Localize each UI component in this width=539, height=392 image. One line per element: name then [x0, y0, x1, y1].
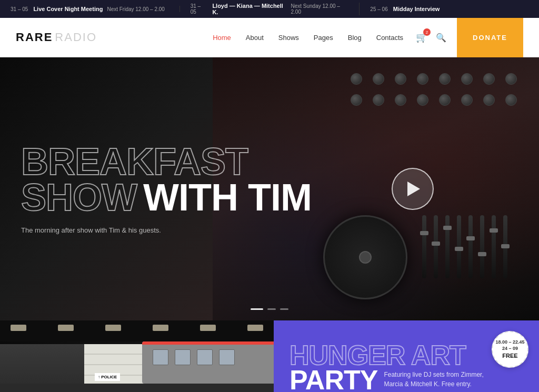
ticker-date-1: 31 – 05	[11, 6, 28, 12]
subway-light-2	[58, 325, 74, 331]
event-badge: 18.00 – 22.45 24 – 09 FREE	[492, 331, 528, 368]
hero-title-with-tim: WITH TIM	[143, 180, 312, 216]
knob-2	[373, 73, 384, 85]
nav-pages[interactable]: Pages	[314, 34, 333, 42]
knob-8	[505, 73, 517, 85]
ticker-date-3: 25 – 06	[370, 6, 387, 12]
header-icons: 🛒 2 🔍	[416, 32, 446, 43]
ticker-item-3: 25 – 06 Midday Interview	[360, 6, 539, 12]
fader-7	[492, 215, 496, 278]
knob-4	[417, 73, 428, 85]
hero-section: BREAKFAST SHOW WITH TIM The morning afte…	[0, 57, 539, 320]
ticker-date-2: 31 – 05	[191, 3, 207, 15]
logo[interactable]: RARE RADIO	[16, 31, 97, 44]
train-stripe	[142, 341, 274, 345]
nav-blog[interactable]: Blog	[348, 34, 362, 42]
ticker-title-1: Live Cover Night Meeting	[33, 6, 103, 12]
ticker-bar: 31 – 05 Live Cover Night Meeting Next Fr…	[0, 0, 539, 18]
fader-6	[480, 215, 484, 278]
ticker-time-1: Next Friday 12.00 – 2.00	[107, 6, 165, 12]
badge-time: 18.00 – 22.45	[495, 339, 524, 346]
train-window-3	[197, 349, 213, 365]
dj-platter	[323, 215, 407, 299]
train-window-4	[219, 349, 235, 365]
nav-home[interactable]: Home	[213, 34, 231, 42]
nav-about[interactable]: About	[246, 34, 264, 42]
subway-light-1	[11, 325, 26, 331]
train-windows	[153, 349, 235, 365]
knob-9	[351, 94, 362, 106]
fader-5	[468, 215, 473, 278]
ticker-title-2: Lloyd — Kiana — Mitchell K.	[212, 3, 286, 15]
fader-1	[422, 215, 426, 278]
knob-16	[505, 94, 517, 106]
knob-5	[439, 73, 451, 85]
logo-rare: RARE	[16, 31, 53, 44]
knob-15	[483, 94, 495, 106]
fader-4	[457, 215, 461, 278]
knob-7	[483, 73, 495, 85]
donate-button[interactable]: DONATE	[457, 18, 523, 57]
knob-11	[395, 94, 406, 106]
knob-3	[395, 73, 406, 85]
ticker-item-2: 31 – 05 Lloyd — Kiana — Mitchell K. Next…	[180, 3, 360, 15]
dot-1[interactable]	[251, 308, 263, 310]
subway-police-sign: ↑ POLICE	[95, 373, 120, 381]
slider-dots	[251, 308, 288, 310]
knob-1	[351, 73, 362, 85]
faders-area	[422, 215, 507, 278]
fader-3	[445, 215, 450, 278]
bottom-section: ↑ POLICE 18.00 – 22.45 24 – 09 FREE HUNG…	[0, 320, 539, 392]
event-title-filled: PARTY	[290, 368, 377, 392]
play-icon	[407, 182, 420, 196]
subway-background: ↑ POLICE	[0, 320, 274, 392]
subway-light-5	[200, 325, 216, 331]
header: RARE RADIO Home About Shows Pages Blog C…	[0, 18, 539, 57]
hero-content: BREAKFAST SHOW WITH TIM The morning afte…	[21, 144, 312, 234]
subway-lights	[0, 325, 274, 331]
badge-date: 24 – 09	[502, 345, 518, 352]
dot-2[interactable]	[267, 308, 276, 310]
train-window-1	[153, 349, 168, 365]
cart-badge: 2	[423, 28, 431, 36]
badge-free: FREE	[502, 352, 517, 360]
play-button[interactable]	[392, 168, 434, 210]
event-title-outline: HUNGER ART	[290, 343, 523, 368]
main-nav: Home About Shows Pages Blog Contacts	[213, 34, 403, 42]
knob-14	[461, 94, 473, 106]
event-card: 18.00 – 22.45 24 – 09 FREE HUNGER ART PA…	[274, 320, 539, 392]
nav-contacts[interactable]: Contacts	[376, 34, 403, 42]
ticker-title-3: Midday Interview	[393, 6, 440, 12]
ticker-time-2: Next Sunday 12.00 – 2.00	[291, 3, 348, 15]
subway-platform	[0, 384, 274, 392]
fader-8	[503, 215, 507, 278]
knob-12	[417, 94, 428, 106]
knob-6	[461, 73, 473, 85]
subway-image: ↑ POLICE	[0, 320, 274, 392]
subway-light-3	[105, 325, 121, 331]
subway-light-6	[247, 325, 263, 331]
dot-3[interactable]	[280, 308, 288, 310]
hero-title-show: SHOW	[21, 180, 137, 216]
subway-train	[142, 341, 274, 384]
cart-icon[interactable]: 🛒 2	[416, 32, 427, 43]
event-description: Featuring live DJ sets from Zimmer, Marc…	[384, 370, 489, 389]
hero-subtitle: The morning after show with Tim & his gu…	[21, 226, 189, 234]
search-icon[interactable]: 🔍	[436, 33, 446, 43]
event-title-row: PARTY Featuring live DJ sets from Zimmer…	[290, 368, 523, 392]
knob-10	[373, 94, 384, 106]
hero-title-outline: BREAKFAST	[21, 144, 312, 179]
knob-13	[439, 94, 451, 106]
fader-2	[434, 215, 438, 278]
knobs-area	[351, 73, 518, 106]
train-window-2	[175, 349, 191, 365]
subway-ceiling	[0, 320, 274, 341]
nav-shows[interactable]: Shows	[278, 34, 299, 42]
subway-light-4	[153, 325, 168, 331]
logo-radio: RADIO	[55, 31, 97, 44]
ticker-item-1: 31 – 05 Live Cover Night Meeting Next Fr…	[0, 6, 180, 12]
